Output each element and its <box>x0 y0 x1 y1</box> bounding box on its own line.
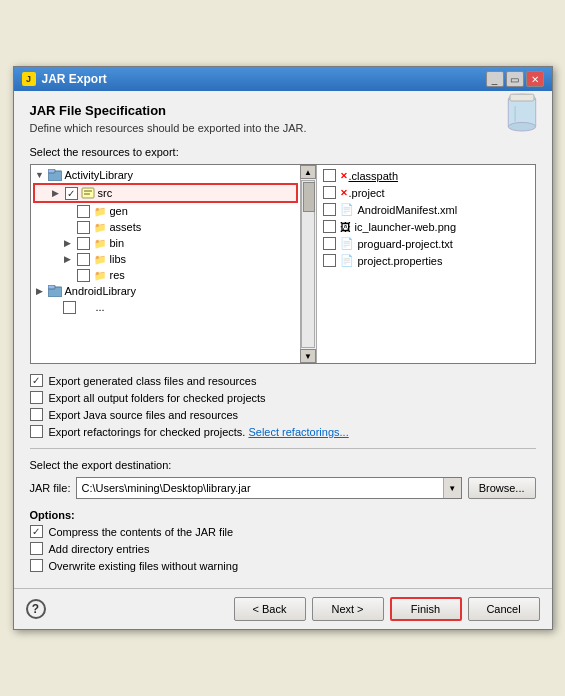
folder-icon-libs: 📁 <box>92 252 108 266</box>
android-project-icon <box>47 284 63 298</box>
opt-cb-overwrite[interactable] <box>30 559 43 572</box>
svg-rect-7 <box>82 188 94 198</box>
file-item-classpath[interactable]: ✕ .classpath <box>321 167 531 184</box>
title-bar-left: J JAR Export <box>22 72 107 86</box>
checkbox-gen[interactable] <box>77 205 90 218</box>
file-doc-icon-proguard: 📄 <box>340 237 354 250</box>
libs-label: libs <box>110 253 127 265</box>
expand-btn-android-lib[interactable]: ▶ <box>33 284 47 298</box>
tree-item-activity-library[interactable]: ▼ ActivityLibrary <box>33 167 298 183</box>
tree-item-bin[interactable]: ▶ 📁 bin <box>33 235 298 251</box>
opt-cb-refactor[interactable] <box>30 425 43 438</box>
tree-panel[interactable]: ▼ ActivityLibrary ▶ src <box>31 165 301 363</box>
option-row-java: Export Java source files and resources <box>30 408 536 421</box>
opt-label-java: Export Java source files and resources <box>49 409 239 421</box>
checkbox-libs[interactable] <box>77 253 90 266</box>
select-refactorings-link[interactable]: Select refactorings... <box>248 426 348 438</box>
section-desc: Define which resources should be exporte… <box>30 122 536 134</box>
tree-item-assets[interactable]: ▶ 📁 assets <box>33 219 298 235</box>
jar-path-input[interactable] <box>77 478 442 498</box>
file-item-props[interactable]: 📄 project.properties <box>321 252 531 269</box>
android-lib-label: AndroidLibrary <box>65 285 137 297</box>
scroll-thumb[interactable] <box>303 182 315 212</box>
expand-btn-src[interactable]: ▶ <box>49 186 63 200</box>
tree-item-res[interactable]: ▶ 📁 res <box>33 267 298 283</box>
help-button[interactable]: ? <box>26 599 46 619</box>
folder-icon-assets: 📁 <box>92 220 108 234</box>
file-item-proguard[interactable]: 📄 proguard-project.txt <box>321 235 531 252</box>
opt-cb-java[interactable] <box>30 408 43 421</box>
scroll-track[interactable] <box>301 180 315 348</box>
file-img-icon-launcher: 🖼 <box>340 221 351 233</box>
tree-item-libs[interactable]: ▶ 📁 libs <box>33 251 298 267</box>
next-button[interactable]: Next > <box>312 597 384 621</box>
checkbox-assets[interactable] <box>77 221 90 234</box>
tree-item-gen[interactable]: ▶ 📁 gen <box>33 203 298 219</box>
file-name-classpath[interactable]: .classpath <box>349 170 399 182</box>
jar-file-label: JAR file: <box>30 482 71 494</box>
divider-1 <box>30 448 536 449</box>
file-item-manifest[interactable]: 📄 AndroidManifest.xml <box>321 201 531 218</box>
jar-export-window: J JAR Export _ ▭ ✕ JAR File Specificatio… <box>13 66 553 630</box>
dest-section-label: Select the export destination: <box>30 459 536 471</box>
button-group: < Back Next > Finish Cancel <box>234 597 540 621</box>
option-row-output: Export all output folders for checked pr… <box>30 391 536 404</box>
opt-cb-dir[interactable] <box>30 542 43 555</box>
browse-button[interactable]: Browse... <box>468 477 536 499</box>
option-row-overwrite: Overwrite existing files without warning <box>30 559 536 572</box>
dest-dropdown-button[interactable]: ▼ <box>443 478 461 498</box>
jar-path-input-wrap[interactable]: ▼ <box>76 477 461 499</box>
x-icon-classpath: ✕ <box>340 171 348 181</box>
opt-cb-class[interactable] <box>30 374 43 387</box>
scroll-up[interactable]: ▲ <box>300 165 316 179</box>
resource-panel: ▼ ActivityLibrary ▶ src <box>30 164 536 364</box>
file-panel[interactable]: ✕ .classpath ✕ .project 📄 AndroidManifes… <box>317 165 535 363</box>
more-label: ... <box>96 301 105 313</box>
finish-button[interactable]: Finish <box>390 597 462 621</box>
restore-button[interactable]: ▭ <box>506 71 524 87</box>
file-cb-launcher[interactable] <box>323 220 336 233</box>
opt-label-refactor: Export refactorings for checked projects… <box>49 426 246 438</box>
cancel-button[interactable]: Cancel <box>468 597 540 621</box>
scroll-down[interactable]: ▼ <box>300 349 316 363</box>
tree-scrollbar[interactable]: ▲ ▼ <box>301 165 317 363</box>
svg-point-2 <box>508 122 535 131</box>
options-label: Options: <box>30 509 536 521</box>
close-button[interactable]: ✕ <box>526 71 544 87</box>
bottom-bar: ? < Back Next > Finish Cancel <box>14 588 552 629</box>
expand-btn-libs[interactable]: ▶ <box>61 252 75 266</box>
option-row-refactor: Export refactorings for checked projects… <box>30 425 536 438</box>
file-cb-manifest[interactable] <box>323 203 336 216</box>
file-item-project[interactable]: ✕ .project <box>321 184 531 201</box>
file-cb-project[interactable] <box>323 186 336 199</box>
opt-label-class: Export generated class files and resourc… <box>49 375 257 387</box>
file-doc-icon-props: 📄 <box>340 254 354 267</box>
gen-label: gen <box>110 205 128 217</box>
expand-btn-bin[interactable]: ▶ <box>61 236 75 250</box>
file-name-project: .project <box>349 187 385 199</box>
minimize-button[interactable]: _ <box>486 71 504 87</box>
checkbox-more[interactable] <box>63 301 76 314</box>
tree-item-android-library[interactable]: ▶ AndroidLibrary <box>33 283 298 299</box>
checkbox-res[interactable] <box>77 269 90 282</box>
tree-item-src[interactable]: ▶ src <box>33 183 298 203</box>
file-cb-props[interactable] <box>323 254 336 267</box>
checkbox-src[interactable] <box>65 187 78 200</box>
expand-icon[interactable]: ▼ <box>33 168 47 182</box>
tree-item-more[interactable]: ▶ ... <box>33 299 298 315</box>
opt-cb-output[interactable] <box>30 391 43 404</box>
jar-image-icon <box>500 89 544 137</box>
opt-label-overwrite: Overwrite existing files without warning <box>49 560 239 572</box>
file-cb-proguard[interactable] <box>323 237 336 250</box>
file-item-launcher[interactable]: 🖼 ic_launcher-web.png <box>321 218 531 235</box>
jar-options-section: Options: Compress the contents of the JA… <box>30 509 536 572</box>
opt-cb-compress[interactable] <box>30 525 43 538</box>
res-label: res <box>110 269 125 281</box>
back-button[interactable]: < Back <box>234 597 306 621</box>
title-bar-controls: _ ▭ ✕ <box>486 71 544 87</box>
opt-label-dir: Add directory entries <box>49 543 150 555</box>
assets-label: assets <box>110 221 142 233</box>
window-title: JAR Export <box>42 72 107 86</box>
file-cb-classpath[interactable] <box>323 169 336 182</box>
checkbox-bin[interactable] <box>77 237 90 250</box>
